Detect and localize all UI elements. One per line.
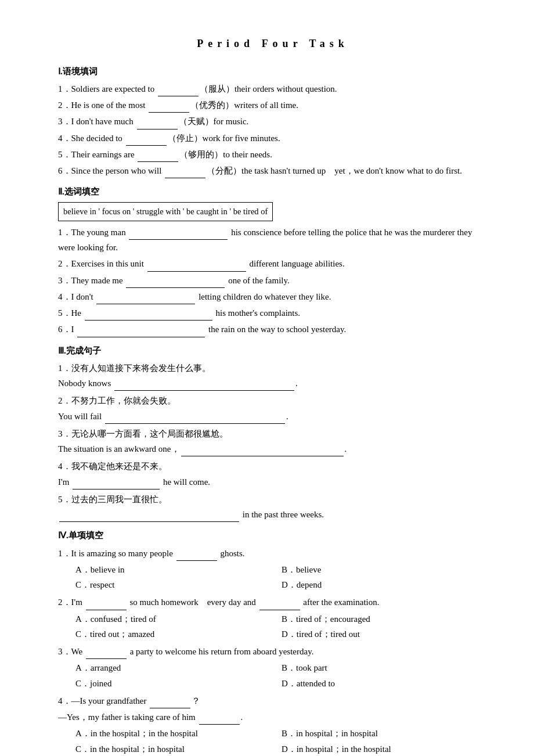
section-II-item-4: 4．I don't letting children do whatever t… — [58, 289, 488, 304]
section-IV-item-1: 1．It is amazing so many people ghosts. — [58, 546, 488, 561]
option-3A: A．arranged — [75, 660, 282, 675]
option-1A: A．believe in — [75, 562, 282, 577]
word-bank: believe in ' focus on ' struggle with ' … — [58, 202, 273, 221]
option-2A: A．confused；tired of — [75, 611, 282, 627]
section-III-item-4-en: I'm he will come. — [58, 474, 488, 489]
section-IV-item-4b: —Yes，my father is taking care of him . — [58, 710, 488, 725]
option-1D: D．depend — [282, 577, 488, 592]
section-II-item-3: 3．They made me one of the family. — [58, 273, 488, 288]
section-III-item-4-cn: 4．我不确定他来还是不来。 — [58, 459, 488, 474]
section-IV-item-4a: 4．—Is your grandfather ？ — [58, 693, 488, 708]
section-II-item-5: 5．He his mother's complaints. — [58, 305, 488, 321]
section-III-header: Ⅲ.完成句子 — [58, 343, 488, 358]
section-IV-header: Ⅳ.单项填空 — [58, 528, 488, 543]
section-III: Ⅲ.完成句子 1．没有人知道接下来将会发生什么事。 Nobody knows .… — [58, 343, 488, 523]
option-3B: B．took part — [282, 660, 488, 675]
option-4A: A．in the hospital；in the hospital — [75, 726, 282, 741]
section-II-header: Ⅱ.选词填空 — [58, 184, 488, 199]
section-IV: Ⅳ.单项填空 1．It is amazing so many people gh… — [58, 528, 488, 756]
section-I: Ⅰ.语境填词 1．Soldiers are expected to （服从）th… — [58, 64, 488, 179]
option-4C: C．in the hospital；in hospital — [75, 741, 282, 756]
option-1C: C．respect — [75, 577, 282, 592]
option-1B: B．believe — [282, 562, 488, 577]
section-I-item-5: 5．Their earnings are （够用的）to their needs… — [58, 147, 488, 162]
option-2B: B．tired of；encouraged — [282, 611, 488, 627]
section-I-item-1: 1．Soldiers are expected to （服从）their ord… — [58, 81, 488, 96]
section-I-item-2: 2．He is one of the most （优秀的）writers of … — [58, 98, 488, 113]
section-III-item-3-en: The situation is an awkward one，. — [58, 441, 488, 456]
option-2C: C．tired out；amazed — [75, 627, 282, 642]
section-IV-item-3-options: A．arranged B．took part C．joined D．attend… — [58, 660, 488, 691]
section-IV-item-1-options: A．believe in B．believe C．respect D．depen… — [58, 562, 488, 593]
section-IV-item-2-options: A．confused；tired of B．tired of；encourage… — [58, 611, 488, 642]
section-III-item-3-cn: 3．无论从哪一方面看，这个局面都很尴尬。 — [58, 426, 488, 441]
section-III-item-2-en: You will fail . — [58, 409, 488, 424]
section-I-header: Ⅰ.语境填词 — [58, 64, 488, 79]
section-III-item-1-en: Nobody knows . — [58, 376, 488, 391]
section-II-item-2: 2．Exercises in this unit different langu… — [58, 256, 488, 271]
section-I-item-4: 4．She decided to （停止）work for five minut… — [58, 131, 488, 146]
option-4D: D．in hospital；in the hospital — [282, 741, 488, 756]
section-III-item-5-en: in the past three weeks. — [58, 507, 488, 522]
option-2D: D．tired of；tired out — [282, 627, 488, 642]
section-III-item-2-cn: 2．不努力工作，你就会失败。 — [58, 393, 488, 408]
section-II-item-6: 6．I the rain on the way to school yester… — [58, 322, 488, 337]
section-I-item-6: 6．Since the person who will （分配）the task… — [58, 163, 488, 178]
section-III-item-1-cn: 1．没有人知道接下来将会发生什么事。 — [58, 361, 488, 376]
section-II: Ⅱ.选词填空 believe in ' focus on ' struggle … — [58, 184, 488, 337]
section-IV-item-3: 3．We a party to welcome his return from … — [58, 644, 488, 659]
page-title: Period Four Task — [58, 35, 488, 53]
section-IV-item-2: 2．I'm so much homework every day and aft… — [58, 595, 488, 610]
section-II-item-1: 1．The young man his conscience before te… — [58, 225, 488, 255]
section-IV-item-4-options: A．in the hospital；in the hospital B．in h… — [58, 726, 488, 756]
option-3D: D．attended to — [282, 676, 488, 691]
section-I-item-3: 3．I don't have much （天赋）for music. — [58, 114, 488, 129]
option-4B: B．in hospital；in hospital — [282, 726, 488, 741]
section-III-item-5-cn: 5．过去的三周我一直很忙。 — [58, 492, 488, 507]
option-3C: C．joined — [75, 676, 282, 691]
